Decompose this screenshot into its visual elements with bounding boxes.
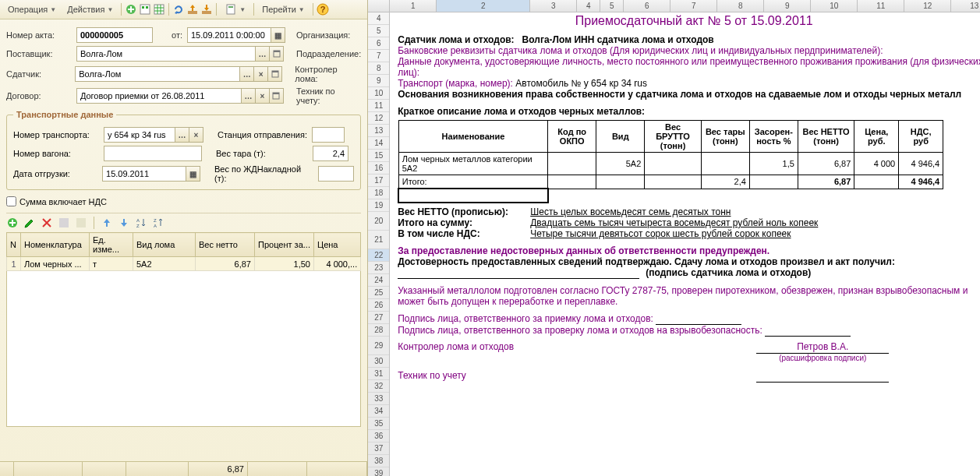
row-ruler[interactable]: 4567891011121314151617181920212223242526…: [368, 12, 390, 476]
svg-rect-3: [146, 6, 148, 9]
supplier-label: Поставщик:: [6, 49, 72, 58]
transport-fieldset: Транспортные данные Номер транспорта: … …: [6, 110, 361, 190]
sdatchik-label: Сдатчик:: [6, 69, 70, 79]
col-n[interactable]: N: [7, 233, 21, 257]
svg-rect-7: [227, 5, 235, 14]
clear-icon[interactable]: ×: [256, 88, 270, 104]
station-label: Станция отправления:: [218, 130, 307, 139]
delete-row-icon[interactable]: [41, 217, 53, 229]
operation-menu[interactable]: Операция▼: [3, 3, 61, 16]
ship-date-label: Дата отгрузки:: [13, 169, 97, 178]
contract-label: Договор:: [6, 91, 72, 100]
subdivision-label: Подразделение:: [296, 49, 361, 58]
select-icon[interactable]: …: [242, 88, 256, 104]
wagon-label: Номер вагона:: [13, 149, 99, 158]
wagon-input[interactable]: [104, 146, 202, 161]
tare-input[interactable]: [313, 146, 348, 161]
ship-date-input[interactable]: [102, 166, 186, 182]
sdatchik-input[interactable]: [75, 66, 240, 82]
help-icon[interactable]: ?: [317, 3, 329, 16]
svg-rect-12: [274, 51, 280, 52]
calendar-icon[interactable]: ▦: [271, 27, 285, 43]
svg-rect-4: [154, 5, 164, 14]
contract-input[interactable]: [76, 88, 242, 104]
sort-asc-icon[interactable]: AZ: [135, 217, 147, 229]
open-icon[interactable]: [270, 46, 284, 62]
edit-row-icon[interactable]: [23, 217, 36, 229]
save-grid-icon[interactable]: [58, 217, 70, 229]
move-down-icon[interactable]: [118, 217, 130, 229]
column-ruler[interactable]: 1 2 3 4 5 6 7 8 9 10 11 12 13: [368, 0, 980, 12]
col-unit[interactable]: Ед. изме...: [90, 233, 133, 257]
refresh-icon[interactable]: [172, 3, 185, 16]
upload-icon[interactable]: [186, 3, 199, 16]
col-kind[interactable]: Вид лома: [133, 233, 196, 257]
from-label: от:: [172, 30, 182, 40]
from-date-input[interactable]: [187, 27, 271, 43]
svg-rect-16: [273, 93, 279, 94]
svg-rect-1: [140, 5, 150, 14]
supplier-input[interactable]: [76, 46, 256, 62]
main-toolbar: Операция▼ Действия▼ ▼ Перейти▼ ?: [0, 0, 367, 19]
col-percent[interactable]: Процент за...: [255, 233, 314, 257]
act-number-label: Номер акта:: [6, 30, 72, 40]
transport-legend: Транспортные данные: [13, 110, 116, 119]
vat-checkbox-label: Сумма включает НДС: [19, 197, 107, 206]
select-icon[interactable]: …: [175, 127, 189, 143]
waybill-weight-label: Вес по ЖДНакладной (т):: [214, 164, 313, 183]
report-menu-button[interactable]: ▼: [220, 2, 250, 17]
col-netto[interactable]: Вес нетто: [196, 233, 255, 257]
grid-footer: 6,87: [0, 461, 367, 476]
col-nomen[interactable]: Номенклатура: [21, 233, 90, 257]
download-icon[interactable]: [200, 3, 213, 16]
spreadsheet-icon[interactable]: [153, 3, 165, 16]
goto-menu[interactable]: Перейти▼: [257, 3, 310, 16]
clear-icon[interactable]: ×: [254, 66, 268, 82]
organization-label: Организация:: [296, 30, 350, 40]
col-price[interactable]: Цена: [314, 233, 361, 257]
transport-number-label: Номер транспорта:: [13, 130, 99, 139]
clear-icon[interactable]: ×: [189, 127, 203, 143]
waybill-weight-input[interactable]: [318, 166, 354, 182]
svg-text:Z: Z: [136, 224, 140, 228]
sheet-icon[interactable]: [139, 3, 151, 16]
station-input[interactable]: [312, 127, 345, 143]
move-up-icon[interactable]: [101, 217, 113, 229]
tare-label: Вес тара (т):: [216, 149, 308, 158]
preview-panel: 1 2 3 4 5 6 7 8 9 10 11 12 13 4567891011…: [368, 0, 980, 476]
form-panel: Операция▼ Действия▼ ▼ Перейти▼ ? Номер а…: [0, 0, 368, 476]
svg-rect-14: [272, 71, 278, 72]
items-grid[interactable]: N Номенклатура Ед. изме... Вид лома Вес …: [6, 232, 361, 271]
svg-rect-19: [76, 218, 86, 227]
table-row[interactable]: 1 Лом черных ... т 5А2 6,87 1,50 4 000,.…: [7, 257, 361, 271]
add-row-icon[interactable]: [6, 217, 19, 229]
vat-checkbox[interactable]: [6, 196, 16, 206]
actions-menu[interactable]: Действия▼: [62, 3, 118, 16]
form-area: Номер акта: от: ▦ Организация: Поставщик…: [0, 19, 367, 432]
svg-rect-8: [228, 6, 233, 8]
sort-desc-icon[interactable]: ZA: [152, 217, 165, 229]
open-icon[interactable]: [268, 66, 282, 82]
select-icon[interactable]: …: [240, 66, 254, 82]
svg-rect-18: [59, 218, 69, 227]
transport-number-input[interactable]: [104, 127, 175, 143]
svg-rect-5: [188, 11, 197, 14]
footer-netto: 6,87: [189, 462, 248, 476]
technician-label: Техник по учету:: [296, 86, 361, 105]
grid-empty-area[interactable]: [6, 271, 361, 427]
calendar-icon[interactable]: ▦: [186, 166, 200, 182]
select-icon[interactable]: …: [256, 46, 270, 62]
svg-text:Z: Z: [154, 218, 157, 223]
doc-items-table: Наименование Код по ОКПО Вид Вес БРУТТО …: [398, 120, 943, 203]
doc-title: Приемосдаточный акт № 5 от 15.09.2011: [398, 14, 980, 28]
document-preview: Приемосдаточный акт № 5 от 15.09.2011 Сд…: [390, 12, 980, 476]
add-icon[interactable]: [125, 3, 137, 16]
svg-text:A: A: [136, 218, 140, 223]
controller-label: Контролер лома:: [295, 65, 361, 83]
svg-rect-6: [202, 11, 211, 14]
grid-toolbar: AZ ZA: [6, 213, 361, 232]
svg-rect-2: [142, 6, 144, 9]
act-number-input[interactable]: [76, 27, 153, 43]
open-icon[interactable]: [270, 88, 284, 104]
load-grid-icon[interactable]: [75, 217, 87, 229]
